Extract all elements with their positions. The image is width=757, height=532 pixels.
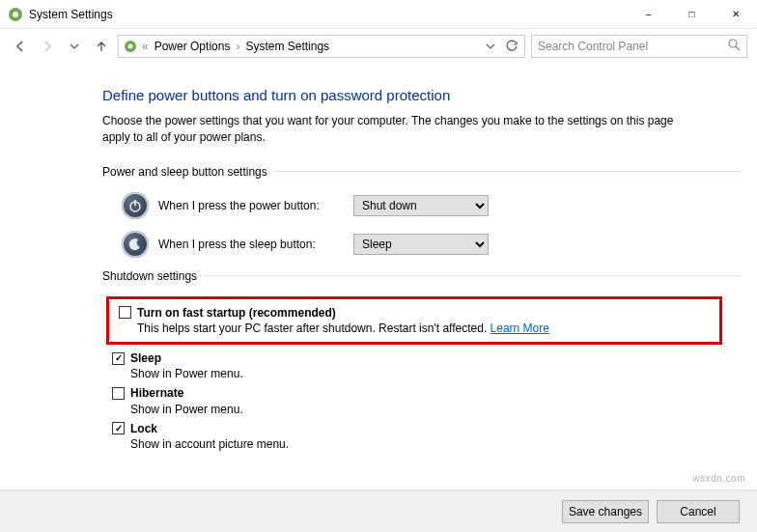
power-button-row: When I press the power button: Shut down xyxy=(122,192,742,219)
shutdown-settings-list: Turn on fast startup (recommended) This … xyxy=(102,296,742,453)
search-placeholder: Search Control Panel xyxy=(538,40,728,53)
page-title: Define power buttons and turn on passwor… xyxy=(102,87,742,103)
section-label: Shutdown settings xyxy=(102,269,203,283)
breadcrumb-system-settings[interactable]: System Settings xyxy=(243,40,331,53)
minimize-button[interactable]: – xyxy=(627,0,670,29)
up-button[interactable] xyxy=(91,36,112,57)
sleep-button-label: When I press the sleep button: xyxy=(158,238,344,251)
lock-checkbox[interactable]: ✓ xyxy=(112,422,125,434)
nav-toolbar: « Power Options › System Settings Search… xyxy=(0,29,757,64)
address-bar[interactable]: « Power Options › System Settings xyxy=(118,35,525,58)
svg-point-1 xyxy=(13,12,18,17)
fast-startup-checkbox[interactable] xyxy=(119,306,131,319)
fast-startup-label: Turn on fast startup (recommended) xyxy=(137,305,336,321)
recent-dropdown[interactable] xyxy=(64,36,85,57)
search-icon xyxy=(728,39,741,54)
cancel-button[interactable]: Cancel xyxy=(657,500,740,523)
hibernate-item-desc: Show in Power menu. xyxy=(130,402,742,417)
window-title: System Settings xyxy=(29,8,113,21)
fast-startup-highlight: Turn on fast startup (recommended) This … xyxy=(106,296,722,345)
arrow-up-icon xyxy=(94,39,109,54)
control-panel-icon xyxy=(8,7,23,22)
svg-point-4 xyxy=(729,40,737,47)
power-button-select[interactable]: Shut down xyxy=(353,195,489,216)
hibernate-item-label: Hibernate xyxy=(130,385,183,401)
svg-line-5 xyxy=(736,46,740,50)
footer-buttons: Save changes Cancel xyxy=(0,490,757,532)
section-power-sleep-header: Power and sleep button settings xyxy=(102,165,742,179)
arrow-left-icon xyxy=(13,39,28,54)
page-description: Choose the power settings that you want … xyxy=(102,113,701,146)
maximize-button[interactable]: □ xyxy=(670,0,714,29)
content-area: Define power buttons and turn on passwor… xyxy=(0,64,757,490)
learn-more-link[interactable]: Learn More xyxy=(491,322,549,335)
sleep-item-label: Sleep xyxy=(130,350,161,366)
address-dropdown[interactable] xyxy=(482,42,499,51)
refresh-icon xyxy=(505,40,519,53)
search-input[interactable]: Search Control Panel xyxy=(531,35,747,58)
divider xyxy=(203,275,742,276)
chevron-down-icon xyxy=(70,42,79,51)
close-button[interactable]: ✕ xyxy=(714,0,757,29)
breadcrumb-sep: › xyxy=(236,40,239,53)
sleep-item-desc: Show in Power menu. xyxy=(130,366,742,381)
sleep-button-row: When I press the sleep button: Sleep xyxy=(122,231,742,258)
forward-button xyxy=(37,36,58,57)
chevron-down-icon xyxy=(486,42,495,51)
divider xyxy=(273,171,742,172)
section-label: Power and sleep button settings xyxy=(102,165,273,179)
sleep-icon xyxy=(122,231,149,258)
sleep-button-select[interactable]: Sleep xyxy=(353,234,489,255)
titlebar: System Settings – □ ✕ xyxy=(0,0,757,29)
power-icon xyxy=(122,192,149,219)
back-button[interactable] xyxy=(10,36,31,57)
hibernate-checkbox[interactable] xyxy=(112,387,125,400)
fast-startup-desc: This helps start your PC faster after sh… xyxy=(137,322,487,335)
sleep-checkbox[interactable]: ✓ xyxy=(112,352,125,365)
arrow-right-icon xyxy=(40,39,55,54)
svg-point-3 xyxy=(128,44,133,49)
lock-item-desc: Show in account picture menu. xyxy=(130,436,742,452)
breadcrumb-power-options[interactable]: Power Options xyxy=(153,40,233,53)
section-shutdown-header: Shutdown settings xyxy=(102,269,742,283)
power-button-label: When I press the power button: xyxy=(158,199,344,212)
breadcrumb-chevron: « xyxy=(142,40,149,53)
watermark: wsxdn.com xyxy=(692,473,745,484)
save-changes-button[interactable]: Save changes xyxy=(562,500,649,523)
control-panel-small-icon xyxy=(123,39,138,54)
refresh-button[interactable] xyxy=(503,40,520,53)
lock-item-label: Lock xyxy=(130,421,157,436)
